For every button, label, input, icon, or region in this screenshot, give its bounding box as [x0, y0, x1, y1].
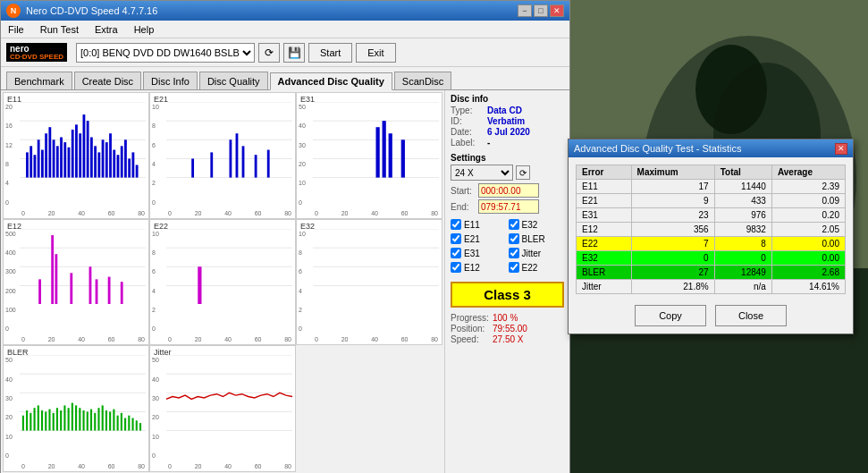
graph-bler-xaxis: 020406080 [21, 463, 145, 469]
svg-rect-105 [72, 403, 73, 431]
svg-rect-107 [79, 409, 80, 431]
svg-rect-13 [53, 139, 55, 177]
graph-e11-svg [20, 102, 146, 178]
stats-cell-error: E21 [577, 194, 632, 208]
disc-label-row: Label: - [451, 138, 564, 148]
cb-bler[interactable] [509, 233, 519, 244]
svg-rect-101 [56, 409, 58, 431]
svg-rect-57 [389, 133, 392, 177]
cb-jitter[interactable] [509, 248, 519, 258]
cb-e32-row: E32 [509, 219, 565, 230]
graph-e12-svg [20, 229, 146, 305]
progress-value: 100 % [493, 313, 518, 323]
svg-rect-102 [60, 410, 62, 431]
menu-bar: File Run Test Extra Help [1, 21, 569, 38]
minimize-button[interactable]: − [518, 4, 532, 17]
svg-rect-7 [29, 146, 32, 177]
svg-rect-29 [113, 150, 115, 178]
speed-row: 24 X Maximum 4 X 8 X 16 X 32 X ⟳ [451, 165, 564, 181]
tab-benchmark[interactable]: Benchmark [6, 72, 72, 89]
disc-date-row: Date: 6 Jul 2020 [451, 127, 564, 137]
stats-close-button[interactable]: Close [715, 305, 787, 326]
graphs-area: E11 201612840 020406080 [1, 90, 444, 473]
disc-date-value: 6 Jul 2020 [487, 127, 530, 137]
svg-rect-71 [108, 276, 111, 304]
window-controls: − □ ✕ [518, 4, 564, 17]
stats-close-icon[interactable]: ✕ [835, 143, 847, 155]
menu-extra[interactable]: Extra [91, 23, 122, 36]
menu-file[interactable]: File [4, 23, 28, 36]
graph-e12-yaxis: 5004003002001000 [5, 231, 16, 333]
svg-rect-48 [267, 150, 270, 178]
maximize-button[interactable]: □ [534, 4, 548, 17]
graph-e31-xaxis: 020406080 [315, 210, 438, 216]
start-time-input[interactable] [478, 183, 539, 198]
cb-e11-row: E11 [451, 219, 507, 230]
class-box: Class 3 [451, 282, 564, 308]
svg-rect-122 [136, 421, 138, 431]
tab-disc-quality[interactable]: Disc Quality [199, 72, 268, 89]
cb-e31[interactable] [451, 248, 461, 258]
svg-point-133 [695, 45, 767, 134]
svg-rect-19 [75, 124, 78, 177]
speed-select[interactable]: 24 X Maximum 4 X 8 X 16 X 32 X [451, 165, 513, 181]
close-button[interactable]: ✕ [550, 4, 564, 17]
checkboxes-section: E11 E32 E21 BLER [451, 219, 564, 275]
save-icon[interactable]: 💾 [283, 43, 305, 63]
cb-e22-row: E22 [509, 262, 565, 273]
tab-create-disc[interactable]: Create Disc [74, 72, 141, 89]
svg-rect-115 [109, 412, 111, 431]
svg-rect-58 [401, 139, 405, 177]
tab-scan-disc[interactable]: ScanDisc [394, 72, 451, 89]
cb-e22[interactable] [509, 262, 519, 273]
svg-rect-43 [210, 152, 213, 177]
svg-rect-28 [109, 133, 112, 177]
stats-cell-maximum: 21.8% [631, 280, 714, 294]
graph-e21-label: E21 [154, 95, 168, 104]
svg-rect-23 [90, 137, 93, 177]
class-label: Class 3 [484, 287, 531, 302]
refresh-icon[interactable]: ⟳ [258, 43, 280, 63]
stats-cell-error: E11 [577, 180, 632, 194]
title-bar: N Nero CD-DVD Speed 4.7.7.16 − □ ✕ [1, 1, 569, 21]
position-row: Position: 79:55.00 [451, 324, 564, 334]
svg-rect-34 [131, 152, 134, 177]
end-time-input[interactable] [478, 199, 539, 214]
cb-e32[interactable] [509, 219, 519, 230]
tab-advanced-disc-quality[interactable]: Advanced Disc Quality [270, 72, 392, 90]
copy-button[interactable]: Copy [635, 305, 706, 326]
menu-run-test[interactable]: Run Test [37, 23, 82, 36]
start-button[interactable]: Start [308, 43, 352, 63]
svg-rect-25 [97, 152, 100, 177]
end-time-row: End: [451, 199, 564, 214]
stats-row: E1235698322.05 [577, 223, 846, 237]
graph-e22-svg [166, 229, 292, 305]
cb-e11[interactable] [451, 219, 461, 230]
graph-e32-label: E32 [300, 222, 315, 231]
cb-e32-label: E32 [522, 220, 538, 230]
svg-rect-103 [63, 406, 65, 431]
cb-e12[interactable] [451, 262, 461, 273]
graph-e12-label: E12 [7, 222, 21, 231]
graph-bler-yaxis: 50403020100 [5, 357, 13, 459]
cb-e21[interactable] [451, 233, 461, 244]
stats-row: E31239760.20 [577, 208, 846, 223]
stats-row: E22780.00 [577, 237, 846, 251]
speed-refresh-icon[interactable]: ⟳ [516, 165, 530, 180]
menu-help[interactable]: Help [131, 23, 158, 36]
exit-button[interactable]: Exit [356, 43, 395, 63]
svg-rect-14 [56, 146, 59, 177]
cb-e12-row: E12 [451, 262, 507, 273]
svg-rect-65 [51, 235, 54, 305]
graph-e21-yaxis: 1086420 [152, 104, 159, 206]
content-area: E11 201612840 020406080 [1, 90, 569, 473]
stats-title-bar: Advanced Disc Quality Test - Statistics … [569, 139, 853, 157]
drive-select[interactable]: [0:0] BENQ DVD DD DW1640 BSLB [76, 43, 255, 63]
stats-cell-average: 0.00 [771, 237, 845, 251]
svg-rect-44 [230, 139, 232, 177]
tab-disc-info[interactable]: Disc Info [143, 72, 198, 89]
svg-rect-123 [139, 423, 141, 430]
graph-empty [296, 345, 442, 472]
svg-rect-42 [191, 158, 194, 177]
svg-rect-18 [72, 130, 74, 178]
